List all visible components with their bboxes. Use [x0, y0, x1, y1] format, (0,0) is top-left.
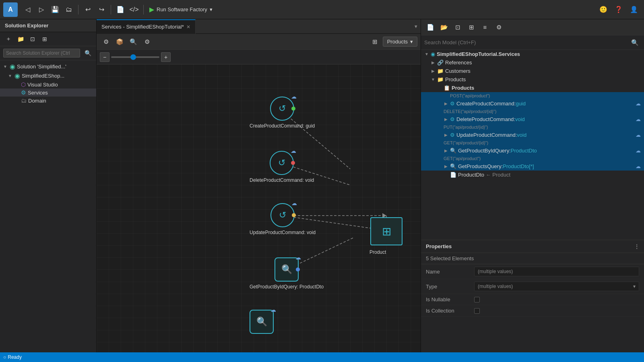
tree-item-vs[interactable]: ⬡ Visual Studio [0, 80, 96, 88]
products-dropdown-label: Products [387, 39, 408, 45]
products-dropdown[interactable]: Products ▾ [383, 37, 417, 47]
se-folder-button[interactable]: 📁 [15, 34, 26, 44]
account-button[interactable]: 👤 [627, 3, 640, 16]
model-new-btn[interactable]: 📄 [424, 21, 436, 33]
properties-options-btn[interactable]: ⋮ [634, 244, 639, 249]
tab-close-button[interactable]: ✕ [186, 24, 190, 30]
status-label: Ready [8, 354, 22, 360]
toolbar-sep-1 [78, 5, 78, 14]
mt-products-item[interactable]: 📋 Products [421, 84, 644, 92]
tree-item-simplifiedeshop[interactable]: ▼ ◉ SimplifiedEShop... [0, 71, 96, 80]
diagram-canvas[interactable]: ↺ ☁ CreateProductCommand: guid ↺ ☁ Delet… [97, 64, 421, 352]
mt-prod-folder-chevron: ▼ [431, 77, 436, 82]
mt-getbyid-cmd[interactable]: ▶ 🔍 GetProductByIdQuery:ProductDto ☁ [421, 146, 644, 155]
zoom-out-button[interactable]: − [100, 52, 109, 62]
diagram-package-btn[interactable]: 📦 [114, 36, 126, 48]
mt-create-cmd[interactable]: ▶ ⚙ CreateProductCommand:guid ☁ [421, 99, 644, 108]
tree-item-domain[interactable]: 🗂 Domain [0, 97, 96, 105]
undo-button[interactable]: ↩ [81, 3, 94, 16]
top-toolbar: A ◁ ▷ 💾 🗂 ↩ ↪ 📄 </> ▶ Run Software Facto… [0, 0, 644, 19]
delete-product-node[interactable]: ↺ ☁ DeleteProductCommand: void [250, 151, 314, 183]
status-bar: ○ Ready [0, 352, 644, 362]
back-button[interactable]: ◁ [21, 3, 34, 16]
prop-type-dropdown[interactable]: (multiple values) ▾ [474, 282, 639, 291]
getproducts-node[interactable]: 🔍 ☁ [250, 310, 274, 334]
save-all-button[interactable]: 🗂 [62, 3, 75, 16]
logo-button[interactable]: A [3, 2, 18, 17]
prop-collection-checkbox[interactable] [474, 308, 480, 314]
mt-update-icon: ⚙ [450, 132, 455, 138]
save-button[interactable]: 💾 [49, 3, 62, 16]
delete-product-label: DeleteProductCommand: void [250, 177, 314, 183]
diagram-settings-btn[interactable]: ⚙ [100, 36, 112, 48]
run-software-factory-button[interactable]: ▶ Run Software Factory ▾ [146, 4, 216, 15]
command-icon-symbol3: ↺ [279, 210, 286, 220]
domain-icon: 🗂 [21, 97, 27, 104]
tab-services[interactable]: Services - SimplifiedEShopTutorial* ✕ [97, 19, 196, 34]
zoom-in-button[interactable]: + [161, 52, 171, 62]
tree-item-solution[interactable]: ▼ ◉ Solution 'Simplified...' [0, 62, 96, 71]
mt-references[interactable]: ▶ 🔗 References [421, 58, 644, 67]
mt-getall-label: GetProductsQuery:ProductDto[*] [458, 163, 534, 169]
solution-explorer-title: Solution Explorer [0, 19, 96, 32]
product-entity-box[interactable]: ⊞ [370, 217, 402, 245]
product-box-icon: ⊞ [382, 225, 391, 238]
mt-productdto[interactable]: 📄 ProductDto ← Product [421, 171, 644, 179]
diagram-search-btn[interactable]: 🔍 [127, 36, 139, 48]
mt-customers[interactable]: ▶ 📁 Customers [421, 67, 644, 75]
solution-tree: ▼ ◉ Solution 'Simplified...' ▼ ◉ Simplif… [0, 60, 96, 352]
prop-collection-label: Is Collection [426, 308, 474, 314]
mt-update-cmd-meta: PUT("api/product/{id}") [421, 123, 644, 131]
prop-nullable-checkbox[interactable] [474, 297, 480, 302]
prop-row-nullable: Is Nullable [421, 294, 644, 305]
model-fullscreen-btn[interactable]: ⊡ [452, 21, 464, 33]
forward-button[interactable]: ▷ [35, 3, 48, 16]
diagram-config-btn[interactable]: ⚙ [141, 36, 153, 48]
zoom-bar: − + [97, 50, 421, 64]
vs-label: Visual Studio [27, 82, 58, 88]
model-settings-btn[interactable]: ⚙ [493, 21, 505, 33]
getbyid-icon: 🔍 ☁ [275, 257, 299, 282]
model-search-icon[interactable]: 🔍 [629, 37, 641, 49]
mt-root[interactable]: ▼ ◉ SimplifiedEShopTutorial.Services [421, 50, 644, 58]
help-button[interactable]: ❓ [612, 3, 625, 16]
model-open-btn[interactable]: 📂 [438, 21, 450, 33]
code-button[interactable]: </> [128, 3, 140, 16]
properties-body: Name (multiple values) Type (multiple va… [421, 264, 644, 352]
update-product-label: UpdateProductCommand: void [250, 230, 316, 235]
mt-getall-cmd[interactable]: ▶ 🔍 GetProductsQuery:ProductDto[*] ☁ [421, 162, 644, 171]
mt-products-folder[interactable]: ▼ 📁 Products [421, 75, 644, 84]
se-expand-button[interactable]: ⊡ [27, 34, 38, 44]
model-toolbar: 📄 📂 ⊡ ⊞ ≡ ⚙ [421, 19, 644, 35]
mt-ref-icon: 🔗 [437, 60, 444, 66]
chevron-shop: ▼ [8, 74, 13, 78]
create-product-node[interactable]: ↺ ☁ CreateProductCommand: guid [250, 97, 315, 129]
tab-overflow-button[interactable]: ▾ [411, 23, 421, 29]
mt-delete-cmd[interactable]: ▶ ⚙ DeleteProductCommand:void ☁ [421, 115, 644, 123]
domain-label: Domain [28, 98, 46, 104]
prop-name-value[interactable]: (multiple values) [474, 267, 639, 276]
se-search-input[interactable] [3, 49, 80, 58]
model-collapse-btn[interactable]: ⊞ [465, 21, 477, 33]
right-panel: 📄 📂 ⊡ ⊞ ≡ ⚙ 🔍 ▼ ◉ SimplifiedEShopTutoria… [421, 19, 644, 352]
model-search-input[interactable] [424, 39, 626, 45]
prop-row-name: Name (multiple values) [421, 264, 644, 279]
model-tree: ▼ ◉ SimplifiedEShopTutorial.Services ▶ 🔗… [421, 50, 644, 240]
new-file-button[interactable]: 📄 [114, 3, 127, 16]
se-add-button[interactable]: ＋ [3, 34, 14, 44]
mt-getall-meta: GET("api/product") [421, 155, 644, 162]
mt-update-cmd[interactable]: ▶ ⚙ UpdateProductCommand:void ☁ [421, 131, 644, 139]
se-search-icon[interactable]: 🔍 [83, 48, 93, 58]
getbyid-node[interactable]: 🔍 ☁ GetProductByIdQuery: ProductDto [250, 257, 324, 290]
redo-button[interactable]: ↪ [95, 3, 108, 16]
update-product-node[interactable]: ↺ ☁ UpdateProductCommand: void [250, 203, 316, 235]
mt-productdto-label: ProductDto ← Product [458, 172, 510, 178]
run-dropdown-icon: ▾ [210, 6, 213, 12]
zoom-slider[interactable] [111, 56, 159, 58]
tree-item-services[interactable]: ⚙ Services [0, 88, 96, 97]
diagram-grid-btn[interactable]: ⊞ [369, 36, 381, 48]
run-label: Run Software Factory [157, 6, 207, 12]
se-collapse-button[interactable]: ⊞ [39, 34, 50, 44]
model-list-btn[interactable]: ≡ [479, 21, 491, 33]
emoji-button[interactable]: 🙂 [597, 3, 610, 16]
